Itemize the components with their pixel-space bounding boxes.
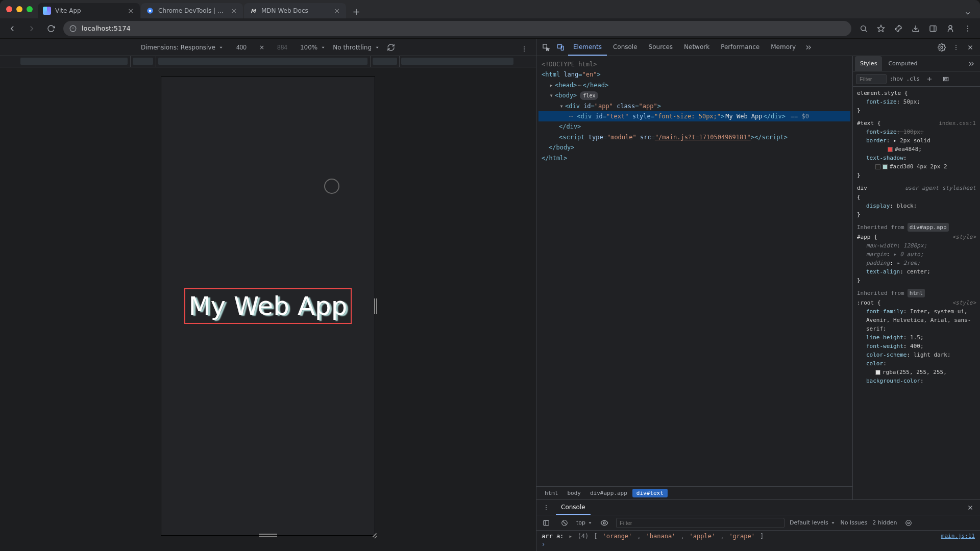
console-settings-icon[interactable] — [902, 516, 915, 530]
height-input[interactable] — [272, 42, 293, 53]
svg-marker-43 — [589, 522, 592, 523]
log-label: arr a: — [542, 533, 564, 540]
computed-layout-icon[interactable] — [939, 72, 952, 86]
chevron-down-icon[interactable] — [963, 8, 973, 18]
downloads-icon[interactable] — [909, 21, 923, 36]
console-log-line[interactable]: arr a: ▸ (4) ['orange', 'banana', 'apple… — [542, 533, 975, 540]
resize-handle-south[interactable] — [259, 534, 277, 537]
styles-rules[interactable]: element.style { font-size: 50px; } #text… — [853, 87, 980, 499]
more-styles-tabs-icon[interactable] — [965, 57, 978, 70]
live-expression-icon[interactable] — [598, 516, 611, 530]
device-stage: My Web App — [0, 67, 536, 551]
context-dropdown[interactable]: top — [576, 519, 593, 526]
crumb-app[interactable]: div#app.app — [586, 489, 631, 497]
styles-tab-styles[interactable]: Styles — [855, 56, 882, 71]
bookmark-icon[interactable] — [874, 21, 888, 36]
new-style-rule-icon[interactable] — [923, 72, 936, 86]
tab-console[interactable]: Console — [608, 39, 643, 56]
log-source-link[interactable]: main.js:11 — [941, 533, 975, 539]
sidepanel-icon[interactable] — [926, 21, 940, 36]
device-viewport-pane: Dimensions: Responsive × 100% No throttl… — [0, 39, 536, 551]
tab-network[interactable]: Network — [679, 39, 715, 56]
zoom-icon[interactable] — [856, 21, 871, 36]
width-input[interactable] — [231, 42, 252, 53]
tab-elements[interactable]: Elements — [568, 39, 607, 56]
devtools-tabbar: Elements Console Sources Network Perform… — [536, 39, 980, 56]
svg-marker-16 — [322, 46, 325, 48]
styles-filter-input[interactable] — [856, 74, 887, 84]
issues-label[interactable]: No Issues — [841, 519, 868, 526]
clear-console-icon[interactable] — [558, 516, 571, 530]
drawer-tab-console[interactable]: Console — [556, 500, 591, 515]
rotate-icon[interactable] — [387, 43, 395, 52]
minimize-window-button[interactable] — [16, 6, 22, 12]
tab-vite-app[interactable]: Vite App × — [38, 3, 140, 18]
close-drawer-icon[interactable] — [964, 501, 977, 514]
forward-button[interactable] — [24, 21, 39, 36]
devtools-more-icon[interactable] — [949, 41, 963, 54]
extensions-icon[interactable] — [891, 21, 905, 36]
hidden-label[interactable]: 2 hidden — [872, 519, 897, 526]
close-tab-icon[interactable]: × — [230, 7, 238, 15]
reload-button[interactable] — [44, 21, 58, 36]
resize-handle-east[interactable] — [374, 298, 377, 314]
zoom-dropdown[interactable]: 100% — [300, 44, 326, 51]
mdn-favicon: M — [249, 7, 257, 15]
dom-tree[interactable]: <!DOCTYPE html> <html lang="en"> ▸<head>… — [536, 56, 852, 486]
tab-sources[interactable]: Sources — [644, 39, 678, 56]
crumb-body[interactable]: body — [564, 489, 585, 497]
console-sidebar-icon[interactable] — [540, 516, 553, 530]
svg-rect-39 — [544, 520, 549, 525]
more-tabs-icon[interactable] — [802, 41, 815, 54]
tab-performance[interactable]: Performance — [716, 39, 765, 56]
close-tab-icon[interactable]: × — [127, 7, 135, 15]
back-button[interactable] — [5, 21, 19, 36]
site-info-icon[interactable] — [69, 25, 77, 32]
drawer-more-icon[interactable] — [540, 501, 553, 514]
app-heading: My Web App — [184, 288, 351, 324]
tab-strip: Vite App × Chrome DevTools | Chrome × M … — [0, 0, 980, 18]
tab-chrome-devtools[interactable]: Chrome DevTools | Chrome × — [141, 3, 243, 18]
window-controls — [4, 0, 37, 18]
resize-handle-se[interactable] — [371, 532, 377, 538]
breakpoint-ruler[interactable] — [0, 56, 536, 67]
styles-tools: :hov .cls — [853, 71, 980, 87]
console-filter-input[interactable] — [616, 518, 785, 528]
device-frame[interactable]: My Web App — [161, 77, 375, 536]
crumb-html[interactable]: html — [541, 489, 562, 497]
fullscreen-window-button[interactable] — [27, 6, 33, 12]
svg-point-12 — [967, 26, 968, 27]
svg-point-13 — [967, 28, 968, 29]
console-output[interactable]: arr a: ▸ (4) ['orange', 'banana', 'apple… — [536, 531, 980, 551]
url-text: localhost:5174 — [82, 24, 131, 32]
tab-mdn[interactable]: M MDN Web Docs × — [244, 3, 346, 18]
styles-tab-computed[interactable]: Computed — [883, 56, 922, 71]
console-tools: top Default levels No Issues 2 hidden — [536, 515, 980, 531]
toggle-device-icon[interactable] — [554, 41, 567, 54]
device-more-icon[interactable] — [518, 42, 531, 56]
svg-point-5 — [861, 26, 866, 30]
console-prompt[interactable]: › — [542, 540, 975, 549]
close-devtools-icon[interactable] — [964, 41, 977, 54]
cls-toggle[interactable]: .cls — [906, 76, 920, 82]
address-bar[interactable]: localhost:5174 — [63, 21, 851, 36]
profile-icon[interactable] — [943, 21, 958, 36]
close-tab-icon[interactable]: × — [333, 7, 341, 15]
throttling-dropdown[interactable]: No throttling — [333, 44, 380, 51]
hov-toggle[interactable]: :hov — [890, 76, 903, 82]
dimensions-dropdown[interactable]: Dimensions: Responsive — [141, 44, 224, 51]
svg-point-14 — [967, 30, 968, 31]
svg-point-25 — [955, 44, 957, 45]
menu-icon[interactable] — [961, 21, 975, 36]
inspect-element-icon[interactable] — [540, 41, 553, 54]
selected-dom-node[interactable]: ⋯ <div id="text" style="font-size: 50px;… — [538, 111, 850, 121]
levels-dropdown[interactable]: Default levels — [790, 519, 836, 526]
crumb-text[interactable]: div#text — [632, 489, 668, 497]
device-toolbar: Dimensions: Responsive × 100% No throttl… — [0, 39, 536, 56]
new-tab-button[interactable]: + — [349, 4, 363, 18]
tab-memory[interactable]: Memory — [766, 39, 801, 56]
settings-icon[interactable] — [935, 41, 948, 54]
close-window-button[interactable] — [6, 6, 12, 12]
dimension-separator: × — [259, 44, 264, 51]
drawer-tabs: Console — [536, 500, 980, 515]
